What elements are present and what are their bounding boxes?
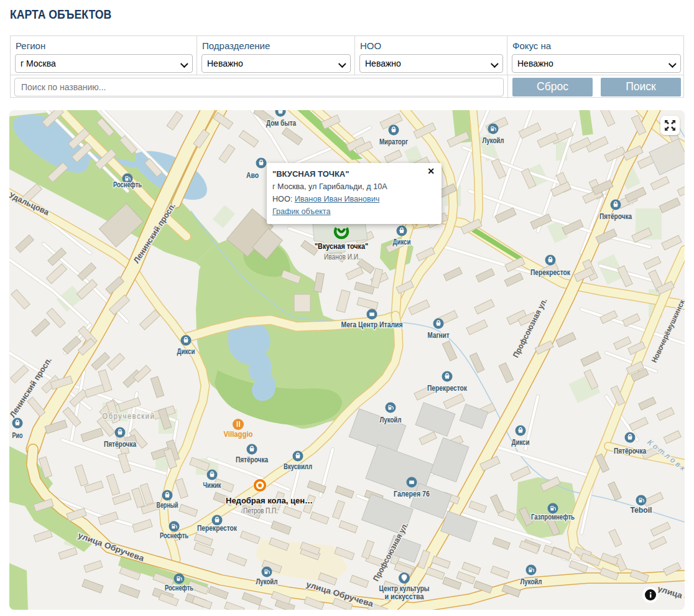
- svg-text:Мега Центр Италия: Мега Центр Италия: [341, 320, 403, 329]
- svg-text:Дикси: Дикси: [177, 347, 195, 356]
- svg-text:Лукойл: Лукойл: [256, 577, 278, 586]
- svg-text:Дом быта: Дом быта: [266, 119, 297, 128]
- svg-text:Пятёрочка: Пятёрочка: [104, 440, 137, 449]
- svg-text:Иванов И.И.: Иванов И.И.: [324, 253, 360, 261]
- svg-text:Аво: Аво: [246, 171, 259, 180]
- svg-text:Недобрая кола, цен…: Недобрая кола, цен…: [226, 496, 313, 505]
- svg-text:Чижик: Чижик: [203, 481, 222, 490]
- svg-text:Верный: Верный: [157, 501, 178, 510]
- svg-text:Лукойл: Лукойл: [380, 416, 402, 424]
- svg-text:Вкусвилл: Вкусвилл: [284, 462, 312, 471]
- svg-text:Центр культуры: Центр культуры: [379, 584, 430, 593]
- svg-text:Петров П.П.: Петров П.П.: [243, 506, 278, 515]
- svg-text:Газпромнефть: Газпромнефть: [531, 513, 575, 521]
- svg-text:Дикси: Дикси: [512, 438, 530, 447]
- svg-text:Галерея 76: Галерея 76: [394, 490, 430, 498]
- svg-text:Пятёрочка: Пятёрочка: [599, 212, 632, 221]
- svg-text:Villaggio: Villaggio: [224, 430, 253, 439]
- svg-text:Роснефть: Роснефть: [160, 531, 188, 540]
- svg-text:Мираторг: Мираторг: [379, 138, 408, 146]
- svg-text:Роснефть: Роснефть: [113, 180, 142, 189]
- svg-text:Перекресток: Перекресток: [427, 384, 468, 393]
- svg-text:Роснефть: Роснефть: [165, 584, 193, 592]
- svg-text:Обручевский: Обручевский: [103, 412, 155, 421]
- svg-text:Лукойл: Лукойл: [520, 577, 542, 586]
- svg-text:Пятёрочка: Пятёрочка: [236, 455, 269, 464]
- svg-text:Пятёрочка: Пятёрочка: [614, 447, 647, 455]
- svg-text:и искусства: и искусства: [385, 592, 425, 601]
- svg-text:Перекресток: Перекресток: [197, 524, 238, 533]
- svg-text:Перекресток: Перекресток: [530, 268, 571, 277]
- svg-text:Рио: Рио: [12, 431, 23, 440]
- svg-text:Магнит: Магнит: [428, 331, 450, 340]
- svg-text:Teboil: Teboil: [631, 506, 652, 515]
- svg-text:"Вкусная точка": "Вкусная точка": [315, 241, 368, 251]
- svg-text:Дикси: Дикси: [393, 238, 411, 246]
- svg-text:Лукойл: Лукойл: [483, 136, 504, 145]
